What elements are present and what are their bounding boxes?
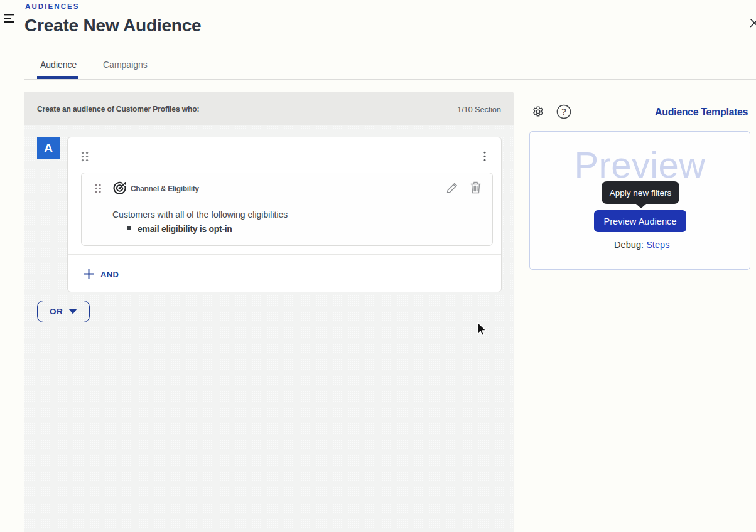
svg-text:?: ? <box>561 107 566 117</box>
